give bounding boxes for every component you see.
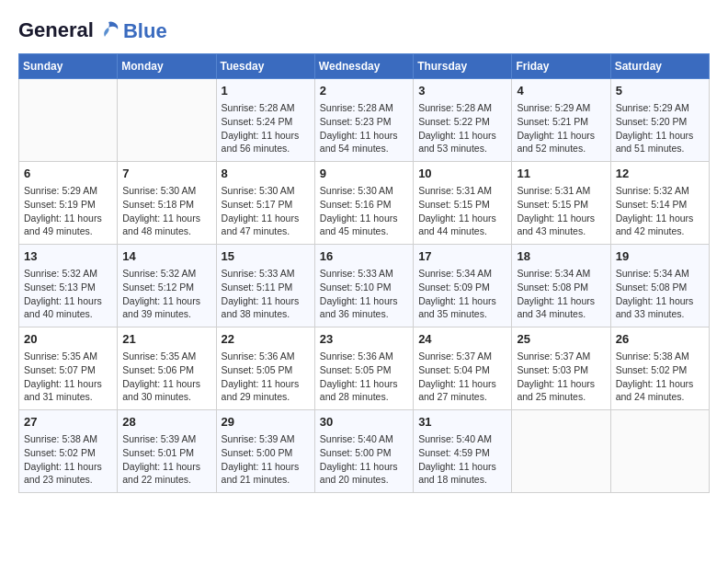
day-content-line: Daylight: 11 hours and 30 minutes. xyxy=(122,377,210,404)
day-content-line: Sunset: 5:18 PM xyxy=(122,198,210,212)
weekday-header-saturday: Saturday xyxy=(610,54,709,79)
day-number: 24 xyxy=(418,331,506,348)
day-number: 16 xyxy=(320,248,408,265)
calendar-cell: 7Sunrise: 5:30 AMSunset: 5:18 PMDaylight… xyxy=(118,162,216,245)
day-content-line: Sunset: 5:14 PM xyxy=(616,198,704,212)
day-number: 26 xyxy=(616,331,704,348)
day-number: 17 xyxy=(418,248,506,265)
day-content-line: Sunset: 5:09 PM xyxy=(418,281,506,294)
day-content-line: Sunset: 5:11 PM xyxy=(222,281,310,294)
weekday-header-wednesday: Wednesday xyxy=(314,54,413,79)
day-content-line: Sunset: 5:20 PM xyxy=(616,115,704,129)
calendar-cell: 4Sunrise: 5:29 AMSunset: 5:21 PMDaylight… xyxy=(512,79,610,162)
day-content-line: Sunrise: 5:29 AM xyxy=(517,101,605,115)
day-content-line: Sunset: 5:21 PM xyxy=(517,115,605,129)
calendar-cell: 6Sunrise: 5:29 AMSunset: 5:19 PMDaylight… xyxy=(19,162,118,245)
day-number: 14 xyxy=(122,248,210,265)
day-number: 2 xyxy=(320,83,408,99)
day-content-line: Sunset: 5:04 PM xyxy=(418,363,506,377)
day-content-line: Daylight: 11 hours and 21 minutes. xyxy=(222,460,310,487)
day-content-line: Sunrise: 5:35 AM xyxy=(122,350,210,363)
day-content-line: Sunset: 5:02 PM xyxy=(24,446,112,460)
day-number: 9 xyxy=(320,166,408,182)
day-number: 19 xyxy=(616,248,704,265)
calendar-cell: 29Sunrise: 5:39 AMSunset: 5:00 PMDayligh… xyxy=(216,410,314,493)
day-content-line: Sunrise: 5:38 AM xyxy=(616,350,704,363)
page-container: General Blue SundayMondayTuesdayWednesda… xyxy=(18,18,710,493)
day-content-line: Sunset: 5:05 PM xyxy=(222,363,310,377)
logo-bird-icon xyxy=(96,18,121,44)
day-content-line: Daylight: 11 hours and 23 minutes. xyxy=(24,460,112,487)
calendar-cell: 17Sunrise: 5:34 AMSunset: 5:09 PMDayligh… xyxy=(414,245,512,327)
day-content-line: Daylight: 11 hours and 39 minutes. xyxy=(122,294,210,321)
logo-blue-text: Blue xyxy=(123,19,167,43)
day-content-line: Sunrise: 5:31 AM xyxy=(517,184,605,198)
day-content-line: Daylight: 11 hours and 35 minutes. xyxy=(418,294,506,321)
calendar-cell xyxy=(610,410,709,493)
day-content-line: Daylight: 11 hours and 44 minutes. xyxy=(418,212,506,238)
day-content-line: Daylight: 11 hours and 49 minutes. xyxy=(24,212,112,238)
day-content-line: Sunset: 5:13 PM xyxy=(24,281,112,294)
day-content-line: Sunset: 5:22 PM xyxy=(418,115,506,129)
day-number: 7 xyxy=(122,166,210,182)
day-content-line: Sunset: 5:24 PM xyxy=(222,115,310,129)
day-content-line: Sunset: 5:17 PM xyxy=(222,198,310,212)
week-row-3: 13Sunrise: 5:32 AMSunset: 5:13 PMDayligh… xyxy=(19,245,710,327)
day-content-line: Sunrise: 5:28 AM xyxy=(320,101,408,115)
day-content-line: Daylight: 11 hours and 47 minutes. xyxy=(222,212,310,238)
day-content-line: Sunset: 5:07 PM xyxy=(24,363,112,377)
day-number: 5 xyxy=(616,83,704,99)
calendar-cell: 13Sunrise: 5:32 AMSunset: 5:13 PMDayligh… xyxy=(19,245,118,327)
calendar-cell: 20Sunrise: 5:35 AMSunset: 5:07 PMDayligh… xyxy=(19,327,118,410)
week-row-5: 27Sunrise: 5:38 AMSunset: 5:02 PMDayligh… xyxy=(19,410,710,493)
calendar-cell: 23Sunrise: 5:36 AMSunset: 5:05 PMDayligh… xyxy=(314,327,413,410)
day-number: 21 xyxy=(122,331,210,348)
day-content-line: Daylight: 11 hours and 24 minutes. xyxy=(616,377,704,404)
day-number: 30 xyxy=(320,414,408,431)
day-content-line: Sunrise: 5:29 AM xyxy=(616,101,704,115)
day-content-line: Sunset: 5:03 PM xyxy=(517,363,605,377)
calendar-cell: 21Sunrise: 5:35 AMSunset: 5:06 PMDayligh… xyxy=(118,327,216,410)
calendar-cell: 1Sunrise: 5:28 AMSunset: 5:24 PMDaylight… xyxy=(216,79,314,162)
day-content-line: Daylight: 11 hours and 34 minutes. xyxy=(517,294,605,321)
day-content-line: Sunrise: 5:35 AM xyxy=(24,350,112,363)
day-content-line: Sunset: 5:12 PM xyxy=(122,281,210,294)
calendar-cell: 14Sunrise: 5:32 AMSunset: 5:12 PMDayligh… xyxy=(118,245,216,327)
day-content-line: Sunrise: 5:29 AM xyxy=(24,184,112,198)
day-number: 20 xyxy=(24,331,112,348)
day-number: 31 xyxy=(418,414,506,431)
day-number: 28 xyxy=(122,414,210,431)
calendar-cell: 15Sunrise: 5:33 AMSunset: 5:11 PMDayligh… xyxy=(216,245,314,327)
day-content-line: Sunset: 5:15 PM xyxy=(418,198,506,212)
calendar-cell: 9Sunrise: 5:30 AMSunset: 5:16 PMDaylight… xyxy=(314,162,413,245)
day-content-line: Sunrise: 5:32 AM xyxy=(122,267,210,281)
day-content-line: Sunrise: 5:37 AM xyxy=(517,350,605,363)
logo: General Blue xyxy=(18,18,167,44)
day-content-line: Sunrise: 5:31 AM xyxy=(418,184,506,198)
day-content-line: Sunrise: 5:34 AM xyxy=(418,267,506,281)
calendar-cell: 30Sunrise: 5:40 AMSunset: 5:00 PMDayligh… xyxy=(314,410,413,493)
day-content-line: Daylight: 11 hours and 43 minutes. xyxy=(517,212,605,238)
day-content-line: Sunrise: 5:40 AM xyxy=(418,432,506,446)
day-content-line: Sunset: 5:16 PM xyxy=(320,198,408,212)
day-number: 22 xyxy=(222,331,310,348)
weekday-header-thursday: Thursday xyxy=(414,54,512,79)
day-content-line: Sunset: 5:10 PM xyxy=(320,281,408,294)
day-content-line: Sunset: 5:06 PM xyxy=(122,363,210,377)
weekday-header-sunday: Sunday xyxy=(19,54,118,79)
day-number: 29 xyxy=(222,414,310,431)
day-content-line: Sunrise: 5:39 AM xyxy=(122,432,210,446)
day-number: 27 xyxy=(24,414,112,431)
calendar-cell: 26Sunrise: 5:38 AMSunset: 5:02 PMDayligh… xyxy=(610,327,709,410)
calendar-cell: 22Sunrise: 5:36 AMSunset: 5:05 PMDayligh… xyxy=(216,327,314,410)
calendar-cell: 5Sunrise: 5:29 AMSunset: 5:20 PMDaylight… xyxy=(610,79,709,162)
day-content-line: Sunset: 5:19 PM xyxy=(24,198,112,212)
calendar-cell: 18Sunrise: 5:34 AMSunset: 5:08 PMDayligh… xyxy=(512,245,610,327)
calendar-cell xyxy=(512,410,610,493)
day-content-line: Sunrise: 5:28 AM xyxy=(418,101,506,115)
day-content-line: Sunrise: 5:33 AM xyxy=(320,267,408,281)
day-number: 15 xyxy=(222,248,310,265)
day-number: 12 xyxy=(616,166,704,182)
day-content-line: Daylight: 11 hours and 45 minutes. xyxy=(320,212,408,238)
weekday-header-monday: Monday xyxy=(118,54,216,79)
